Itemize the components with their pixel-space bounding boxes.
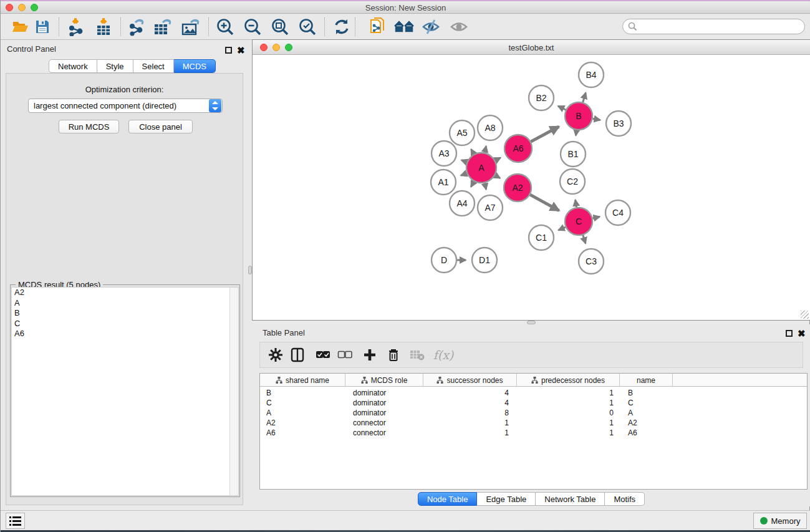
cell-name[interactable]: A2	[620, 418, 673, 428]
table-row[interactable]: A2 connector 1 1 A2	[260, 418, 807, 428]
deselect-all-rows-button[interactable]	[335, 346, 354, 364]
cell-name[interactable]: B	[620, 388, 673, 398]
cell-shared-name[interactable]: B	[260, 388, 345, 398]
cell-predecessor-nodes[interactable]: 0	[517, 408, 620, 418]
cell-shared-name[interactable]: A2	[260, 418, 345, 428]
search-field[interactable]	[622, 19, 805, 34]
tab-motifs[interactable]: Motifs	[605, 492, 645, 506]
table-row[interactable]: B dominator 4 1 B	[260, 388, 807, 398]
graph-edge-C-C2[interactable]	[576, 200, 577, 208]
graph-edge-A-A1[interactable]	[461, 173, 467, 176]
run-mcds-button[interactable]: Run MCDS	[59, 120, 119, 133]
resize-grip-icon[interactable]	[801, 311, 809, 319]
cell-successor-nodes[interactable]: 4	[423, 398, 517, 408]
mcds-result-list[interactable]: A2 A B C A6	[11, 287, 239, 496]
table-row[interactable]: A6 connector 1 1 A6	[260, 428, 807, 438]
network-canvas[interactable]: B4B2BB3A8A5A6A3B1AA1C2A2A4A7C4CC1C3DD1	[253, 55, 810, 320]
cell-predecessor-nodes[interactable]: 1	[517, 418, 620, 428]
column-header-mcds-role[interactable]: MCDS role	[345, 374, 423, 387]
zoom-in-button[interactable]	[215, 17, 236, 37]
cell-mcds-role[interactable]: connector	[345, 428, 423, 438]
list-scrollbar[interactable]	[229, 288, 238, 495]
tab-mcds[interactable]: MCDS	[174, 59, 216, 73]
table-row[interactable]: A dominator 8 0 A	[260, 408, 807, 418]
graph-edge-B-B2[interactable]	[558, 106, 566, 110]
show-all-button[interactable]	[448, 17, 470, 37]
cell-name[interactable]: A	[620, 408, 673, 418]
graph-edge-C-C3[interactable]	[583, 235, 586, 243]
cell-mcds-role[interactable]: dominator	[345, 388, 423, 398]
import-table-button[interactable]	[93, 17, 114, 37]
graph-edge-A-A7[interactable]	[485, 183, 486, 189]
column-header-successor-nodes[interactable]: successor nodes	[423, 374, 517, 387]
refresh-button[interactable]	[331, 17, 352, 37]
select-all-rows-button[interactable]	[314, 346, 332, 364]
float-panel-icon[interactable]	[786, 328, 793, 339]
mcds-result-item[interactable]: A2	[12, 288, 238, 298]
delete-table-button[interactable]	[408, 346, 427, 364]
close-panel-icon[interactable]: ✖	[237, 45, 245, 56]
tab-edge-table[interactable]: Edge Table	[477, 492, 536, 506]
first-neighbors-button[interactable]	[393, 17, 415, 37]
graph-edge-A-A3[interactable]	[461, 160, 467, 162]
mcds-result-item[interactable]: B	[12, 308, 238, 319]
table-row[interactable]: C dominator 4 1 C	[260, 398, 807, 408]
cell-predecessor-nodes[interactable]: 1	[517, 388, 620, 398]
graph-edge-A2-C[interactable]	[530, 195, 559, 211]
zoom-out-button[interactable]	[242, 17, 263, 37]
cell-successor-nodes[interactable]: 1	[423, 418, 517, 428]
hide-selected-button[interactable]	[420, 17, 441, 37]
cell-successor-nodes[interactable]: 4	[423, 388, 517, 398]
cell-successor-nodes[interactable]: 8	[423, 408, 517, 418]
cell-shared-name[interactable]: A6	[260, 428, 345, 438]
column-header-name[interactable]: name	[620, 374, 673, 387]
cell-predecessor-nodes[interactable]: 1	[517, 428, 620, 438]
graph-edge-C-C1[interactable]	[559, 227, 566, 230]
tab-select[interactable]: Select	[133, 59, 174, 73]
export-network-button[interactable]	[126, 17, 147, 37]
tab-style[interactable]: Style	[97, 59, 133, 73]
graph-edge-A-A6[interactable]	[495, 158, 501, 160]
graph-edge-A-A2[interactable]	[495, 175, 500, 178]
search-input[interactable]	[637, 21, 804, 33]
cell-name[interactable]: A6	[620, 428, 673, 438]
mcds-result-item[interactable]: A6	[12, 329, 238, 339]
close-panel-button[interactable]: Close panel	[128, 120, 193, 133]
export-table-button[interactable]	[152, 17, 173, 37]
table-options-button[interactable]	[266, 346, 285, 364]
tab-network-table[interactable]: Network Table	[536, 492, 605, 506]
cell-name[interactable]: C	[620, 398, 673, 408]
export-image-button[interactable]	[180, 17, 201, 37]
cell-mcds-role[interactable]: dominator	[345, 398, 423, 408]
zoom-selected-button[interactable]	[297, 17, 318, 37]
task-history-button[interactable]	[6, 513, 25, 529]
graph-edge-C-C4[interactable]	[592, 217, 599, 219]
delete-column-button[interactable]	[384, 346, 403, 364]
graph-edge-A-A4[interactable]	[471, 181, 474, 187]
cell-mcds-role[interactable]: connector	[345, 418, 423, 428]
graph-edge-A6-B[interactable]	[531, 127, 559, 142]
close-panel-icon[interactable]: ✖	[798, 328, 806, 339]
cell-predecessor-nodes[interactable]: 1	[517, 398, 620, 408]
tab-node-table[interactable]: Node Table	[418, 492, 478, 506]
new-network-from-selection-button[interactable]	[367, 17, 388, 37]
cell-shared-name[interactable]: C	[260, 398, 345, 408]
graph-edge-A-A8[interactable]	[485, 146, 486, 152]
memory-button[interactable]: Memory	[753, 513, 807, 529]
graph-edge-A-A5[interactable]	[471, 149, 474, 154]
network-graph[interactable]: B4B2BB3A8A5A6A3B1AA1C2A2A4A7C4CC1C3DD1	[253, 55, 810, 320]
column-header-shared-name[interactable]: shared name	[260, 374, 345, 387]
graph-edge-B-B4[interactable]	[583, 93, 586, 102]
mcds-result-item[interactable]: C	[12, 319, 238, 329]
float-panel-icon[interactable]	[225, 45, 232, 56]
save-session-button[interactable]	[32, 17, 53, 37]
mcds-result-item[interactable]: A	[12, 298, 238, 309]
cell-successor-nodes[interactable]: 1	[423, 428, 517, 438]
show-columns-button[interactable]	[288, 346, 307, 364]
open-session-button[interactable]	[10, 17, 31, 37]
cell-mcds-role[interactable]: dominator	[345, 408, 423, 418]
zoom-fit-button[interactable]	[269, 17, 291, 37]
tab-network[interactable]: Network	[49, 59, 97, 73]
graph-edge-B-B1[interactable]	[576, 130, 576, 136]
criterion-dropdown[interactable]: largest connected component (directed)	[28, 99, 223, 113]
